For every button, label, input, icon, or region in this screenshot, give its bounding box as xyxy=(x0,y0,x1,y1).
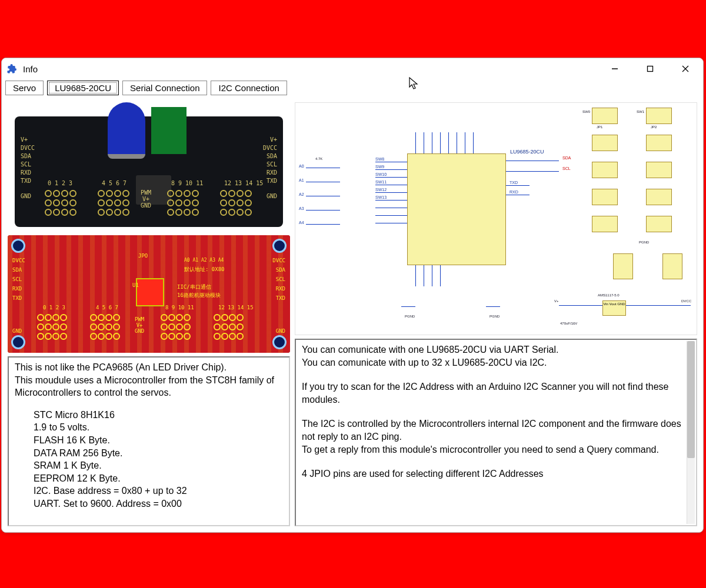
right-text-p2: You can comunicate with up to 32 x LU968… xyxy=(302,356,683,369)
left-info-text[interactable]: This is not like the PCA9685 (An LED Dri… xyxy=(8,356,290,526)
pcblayout-pin-sda-l: SDA xyxy=(12,267,22,273)
tab-lu9685-20cu[interactable]: LU9685-20CU xyxy=(47,81,119,95)
left-spec-6: EEPROM 12 K Byte. xyxy=(34,472,283,485)
scrollbar[interactable] xyxy=(687,341,695,524)
svg-rect-1 xyxy=(648,66,653,72)
left-spec-8: UART. Set to 9600. Address = 0x00 xyxy=(34,497,283,510)
pcb3d-label-rxd-r: RXD xyxy=(267,169,277,176)
right-text-p3: If you try to scan for the I2C Address w… xyxy=(302,380,683,406)
tab-bar: Servo LU9685-20CU Serial Connection I2C … xyxy=(2,79,703,99)
schematic-image: LU9685-20CU 4.7K A0 A1 A2 A3 A4 xyxy=(295,102,697,335)
minimize-button[interactable] xyxy=(597,58,632,79)
pcblayout-pin-gnd-l: GND xyxy=(12,328,22,334)
tab-i2c-connection[interactable]: I2C Connection xyxy=(211,81,287,95)
pcblayout-pin-rxd-r: RXD xyxy=(276,286,285,292)
pcblayout-jpo: JPO xyxy=(138,253,148,259)
pcb3d-center-labels: PWM V+ GND xyxy=(141,189,151,209)
schematic-a3: A3 xyxy=(299,206,304,211)
left-spec-3: FLASH 16 K Byte. xyxy=(34,434,283,447)
pcb3d-nums-1: 0 1 2 3 xyxy=(48,180,72,186)
scrollbar-thumb[interactable] xyxy=(687,341,695,458)
pcblayout-pin-dvcc-l: DVCC xyxy=(12,258,25,263)
pcb3d-label-gnd-l: GND xyxy=(21,193,31,199)
schematic-pgnd1: PGND xyxy=(405,315,415,318)
pcblayout-nums-d: 12 13 14 15 xyxy=(218,305,254,310)
schematic-sda: SDA xyxy=(562,156,571,160)
tab-servo[interactable]: Servo xyxy=(5,81,44,95)
schematic-hdr-sw1: SW1 xyxy=(637,110,644,113)
schematic-jp1: JP1 xyxy=(597,125,602,129)
pcblayout-pin-txd-r: TXD xyxy=(276,295,285,301)
close-button[interactable] xyxy=(668,58,703,79)
pcblayout-desc1: IIC/串口通信 xyxy=(177,283,211,291)
maximize-button[interactable] xyxy=(632,58,668,79)
pcblayout-pin-gnd-r: GND xyxy=(276,328,285,334)
schematic-chipname: LU9685-20CU xyxy=(510,149,544,155)
pcblayout-pin-txd-l: TXD xyxy=(12,295,22,301)
pcblayout-desc2: 16路舵机驱动模块 xyxy=(177,292,221,299)
pcb3d-nums-3: 8 9 10 11 xyxy=(171,180,203,186)
pcb3d-label-txd-r: TXD xyxy=(267,178,277,184)
schematic-sw11: SW11 xyxy=(375,180,387,184)
schematic-pgnd3: PGND xyxy=(639,240,649,244)
schematic-hdr-sw0: SW0 xyxy=(582,110,590,113)
schematic-reg: Vin Vout GND xyxy=(602,300,626,316)
pcb3d-label-rxd-l: RXD xyxy=(21,169,31,176)
right-info-text[interactable]: You can comunicate with one LU9685-20CU … xyxy=(295,339,697,526)
schematic-sw13: SW13 xyxy=(375,195,387,199)
pcb3d-label-txd-l: TXD xyxy=(21,178,31,184)
pcblayout-pin-dvcc-r: DVCC xyxy=(272,258,285,263)
pcblayout-nums-b: 4 5 6 7 xyxy=(96,305,118,310)
schematic-sw12: SW12 xyxy=(375,188,387,192)
pcb3d-label-sda-r: SDA xyxy=(267,153,277,159)
pcblayout-alabels: A0 A1 A2 A3 A4 xyxy=(184,258,224,263)
left-spec-4: DATA RAM 256 Byte. xyxy=(34,447,283,460)
schematic-cap: 470uF/16V xyxy=(560,322,577,325)
schematic-sw9: SW9 xyxy=(375,165,384,169)
left-text-line1: This is not like the PCA9685 (An LED Dri… xyxy=(15,361,283,374)
pcb-3d-image: V+ DVCC SDA SCL RXD TXD GND V+ DVCC SDA … xyxy=(8,102,290,232)
right-text-p5: To get a reply from this module's microc… xyxy=(302,443,683,456)
pcb3d-label-dvcc-r: DVCC xyxy=(263,145,277,151)
schematic-regname: AMS1117-5.0 xyxy=(598,293,620,297)
puzzle-piece-icon xyxy=(5,62,18,75)
pcblayout-pin-rxd-l: RXD xyxy=(12,286,22,292)
pcb3d-label-vplus-r: V+ xyxy=(270,136,277,143)
right-text-p1: You can comunicate with one LU9685-20CU … xyxy=(302,343,683,356)
pcb3d-label-scl-l: SCL xyxy=(21,161,31,168)
schematic-scl: SCL xyxy=(562,166,571,171)
schematic-sw10: SW10 xyxy=(375,172,387,176)
pcblayout-u1: U1 xyxy=(132,282,139,288)
schematic-jp2: JP2 xyxy=(651,125,657,129)
right-text-p6: 4 JPIO pins are used for selecting diffe… xyxy=(302,467,683,480)
pcb3d-label-sda-l: SDA xyxy=(21,153,31,159)
pcblayout-nums-c: 8 9 10 11 xyxy=(165,305,194,310)
pcb-layout-image: DVCC SDA SCL RXD TXD GND DVCC SDA SCL RX… xyxy=(8,235,290,353)
schematic-txd: TXD xyxy=(509,181,518,185)
titlebar[interactable]: Info xyxy=(2,58,703,79)
pcb3d-label-vplus-l: V+ xyxy=(21,136,28,143)
pcb3d-label-dvcc-l: DVCC xyxy=(21,145,35,151)
tab-serial-connection[interactable]: Serial Connection xyxy=(122,81,207,95)
schematic-sw8: SW8 xyxy=(375,157,384,161)
left-spec-2: 1.9 to 5 volts. xyxy=(34,421,283,434)
pcblayout-nums-a: 0 1 2 3 xyxy=(43,305,65,310)
schematic-dvcc: DVCC xyxy=(681,299,691,303)
pcblayout-addr: 默认地址: 0X80 xyxy=(184,266,225,273)
pcb3d-nums-4: 12 13 14 15 xyxy=(224,180,263,186)
schematic-vplus: V+ xyxy=(554,299,559,303)
schematic-a0: A0 xyxy=(299,164,304,168)
window-controls xyxy=(597,58,703,79)
pcblayout-pin-scl-r: SCL xyxy=(276,276,285,282)
schematic-4k7: 4.7K xyxy=(315,157,322,161)
pcb3d-label-scl-r: SCL xyxy=(267,161,277,168)
schematic-a4: A4 xyxy=(299,220,304,225)
schematic-a1: A1 xyxy=(299,178,304,182)
pcblayout-pin-scl-l: SCL xyxy=(12,276,22,282)
pcb3d-nums-2: 4 5 6 7 xyxy=(102,180,126,186)
left-spec-7: I2C. Base address = 0x80 + up to 32 xyxy=(34,485,283,497)
left-text-line2: This moudule uses a Microcontroller from… xyxy=(15,374,283,399)
right-text-p4: The I2C is controlled by the Microcontro… xyxy=(302,417,683,443)
schematic-rxd: RXD xyxy=(509,190,518,194)
app-window: Info Servo LU9685-20CU Serial Connection… xyxy=(1,58,704,533)
